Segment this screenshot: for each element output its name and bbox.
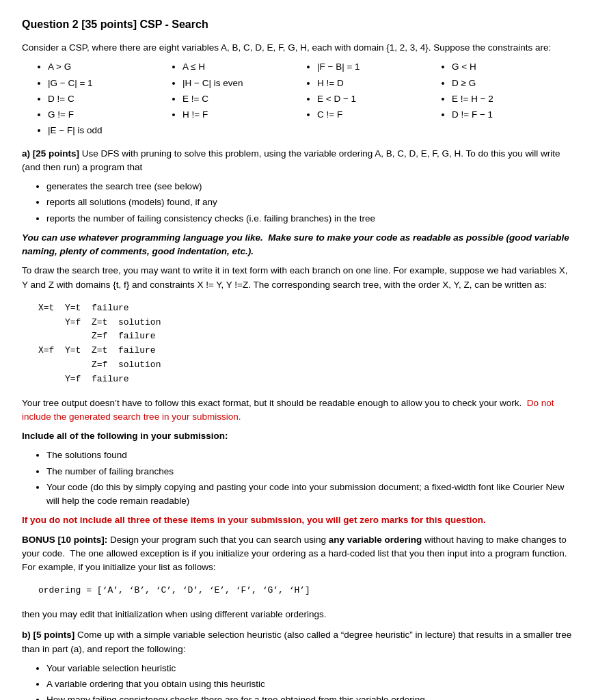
- constraint-item: H != F: [182, 108, 305, 122]
- constraint-item: E < D − 1: [317, 92, 439, 106]
- part-a-label: a) [25 points]: [22, 148, 79, 159]
- bullet-item: reports the number of failing consistenc…: [46, 212, 574, 226]
- bold-italic-text: You can use whatever programming languag…: [22, 231, 574, 259]
- bonus-after-text: then you may edit that initialization wh…: [22, 608, 574, 621]
- constraint-item: |H − C| is even: [182, 77, 305, 90]
- part-b-text: b) [5 points] Come up with a simple vari…: [22, 628, 574, 656]
- tree-note-text: Your tree output doesn’t have to follow …: [22, 396, 574, 425]
- part-a-bullets: generates the search tree (see below) re…: [22, 180, 574, 226]
- constraint-item: G < H: [452, 60, 574, 74]
- red-note-text: Do not include the generated search tree…: [22, 398, 554, 422]
- constraints-col-1: A > G |G − C| = 1 D != C G != F |E − F| …: [36, 60, 170, 139]
- bonus-text: BONUS [10 points]: Design your program s…: [22, 533, 574, 575]
- include-bullet-2: The number of failing branches: [46, 465, 574, 479]
- constraint-item: C != F: [317, 108, 439, 122]
- constraints-col-4: G < H D ≥ G E != H − 2 D != F − 1: [439, 60, 574, 139]
- include-bullet-1: The solutions found: [46, 448, 574, 462]
- part-b-bullet-1: Your variable selection heuristic: [46, 662, 574, 675]
- constraint-item: E != C: [182, 92, 305, 106]
- constraint-item: |G − C| = 1: [48, 77, 170, 90]
- constraints-table: A > G |G − C| = 1 D != C G != F |E − F| …: [36, 60, 574, 139]
- constraint-item: H != D: [317, 77, 439, 90]
- code-example-block: X=t Y=t failure Y=f Z=t solution Z=f fai…: [22, 299, 574, 390]
- part-b-bullets: Your variable selection heuristic A vari…: [22, 662, 574, 700]
- code-ordering-block: ordering = [‘A’, ‘B’, ‘C’, ‘D’, ‘E’, ‘F’…: [22, 581, 574, 601]
- tree-intro-text: To draw the search tree, you may want to…: [22, 264, 574, 292]
- include-bullets: The solutions found The number of failin…: [22, 448, 574, 508]
- constraint-item: D != F − 1: [452, 108, 574, 122]
- constraint-item: E != H − 2: [452, 92, 574, 106]
- constraint-item: A ≤ H: [182, 60, 305, 74]
- include-label: Include all of the following in your sub…: [22, 429, 574, 443]
- constraint-item: |E − F| is odd: [48, 124, 170, 137]
- constraint-item: A > G: [48, 60, 170, 74]
- bullet-item: generates the search tree (see below): [46, 180, 574, 193]
- constraint-item: D != C: [48, 92, 170, 106]
- constraint-item: G != F: [48, 108, 170, 122]
- part-b-bullet-3: How many failing consistency checks ther…: [46, 693, 574, 700]
- constraints-col-2: A ≤ H |H − C| is even E != C H != F: [170, 60, 305, 139]
- part-b-bullet-2: A variable ordering that you obtain usin…: [46, 677, 574, 691]
- include-bullet-3: Your code (do this by simply copying and…: [46, 481, 574, 509]
- bullet-item: reports all solutions (models) found, if…: [46, 196, 574, 209]
- page-title: Question 2 [35 points] CSP - Search: [22, 16, 574, 33]
- constraints-col-3: |F − B| = 1 H != D E < D − 1 C != F: [305, 60, 439, 139]
- constraint-item: |F − B| = 1: [317, 60, 439, 74]
- intro-text: Consider a CSP, where there are eight va…: [22, 41, 574, 55]
- red-warning: If you do not include all three of these…: [22, 513, 574, 527]
- constraint-item: D ≥ G: [452, 77, 574, 90]
- part-a-intro: a) [25 points] Use DFS with pruning to s…: [22, 147, 574, 175]
